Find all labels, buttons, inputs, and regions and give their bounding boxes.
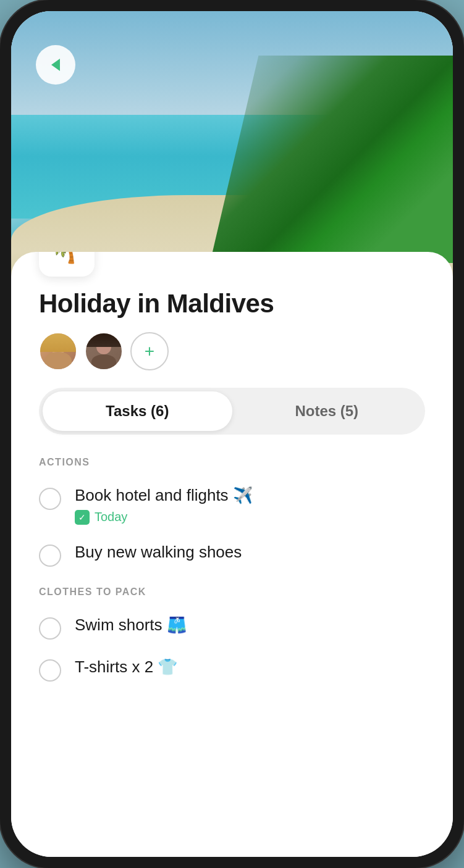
- plus-icon: +: [145, 343, 154, 360]
- due-date-label: Today: [95, 510, 127, 524]
- app-icon-emoji: 🌴: [50, 252, 84, 265]
- task-checkbox-3[interactable]: [39, 617, 61, 640]
- add-member-button[interactable]: +: [130, 332, 169, 370]
- avatar-hair-2: [86, 333, 122, 347]
- back-button[interactable]: [36, 45, 75, 85]
- task-checkbox-4[interactable]: [39, 659, 61, 682]
- task-content-1: Book hotel and flights ✈️ ✓ Today: [75, 485, 425, 525]
- task-content-2: Buy new walking shoes: [75, 542, 425, 563]
- phone-frame: 🌴 Holiday in Maldives + Tasks (6): [0, 0, 464, 868]
- avatars-row: +: [39, 332, 425, 370]
- task-item-walking-shoes: Buy new walking shoes: [39, 542, 425, 567]
- project-title: Holiday in Maldives: [39, 289, 425, 319]
- back-arrow-icon: [51, 59, 60, 71]
- section-header-clothes: CLOTHES TO PACK: [39, 586, 425, 598]
- task-due-1: ✓ Today: [75, 510, 425, 525]
- task-item-swim-shorts: Swim shorts 🩳: [39, 615, 425, 640]
- task-title-1: Book hotel and flights ✈️: [75, 485, 425, 506]
- task-item-tshirts: T-shirts x 2 👕: [39, 657, 425, 682]
- calendar-check-symbol: ✓: [78, 512, 86, 522]
- tab-notes[interactable]: Notes (5): [232, 391, 422, 431]
- task-checkbox-1[interactable]: [39, 488, 61, 510]
- task-title-2: Buy new walking shoes: [75, 542, 425, 563]
- task-content-3: Swim shorts 🩳: [75, 615, 425, 636]
- task-content-4: T-shirts x 2 👕: [75, 657, 425, 678]
- app-icon: 🌴: [39, 252, 95, 277]
- content-area: 🌴 Holiday in Maldives + Tasks (6): [11, 252, 453, 857]
- calendar-icon: ✓: [75, 510, 90, 525]
- task-checkbox-2[interactable]: [39, 545, 61, 567]
- section-header-actions: ACTIONS: [39, 457, 425, 468]
- tab-tasks[interactable]: Tasks (6): [43, 391, 232, 431]
- task-title-3: Swim shorts 🩳: [75, 615, 425, 636]
- avatar-user1[interactable]: [39, 332, 77, 370]
- avatar-hair-1: [40, 333, 76, 352]
- task-item-book-hotel: Book hotel and flights ✈️ ✓ Today: [39, 485, 425, 525]
- task-title-4: T-shirts x 2 👕: [75, 657, 425, 678]
- avatar-user2[interactable]: [85, 332, 123, 370]
- phone-screen: 🌴 Holiday in Maldives + Tasks (6): [11, 11, 453, 857]
- tabs-container: Tasks (6) Notes (5): [39, 388, 425, 435]
